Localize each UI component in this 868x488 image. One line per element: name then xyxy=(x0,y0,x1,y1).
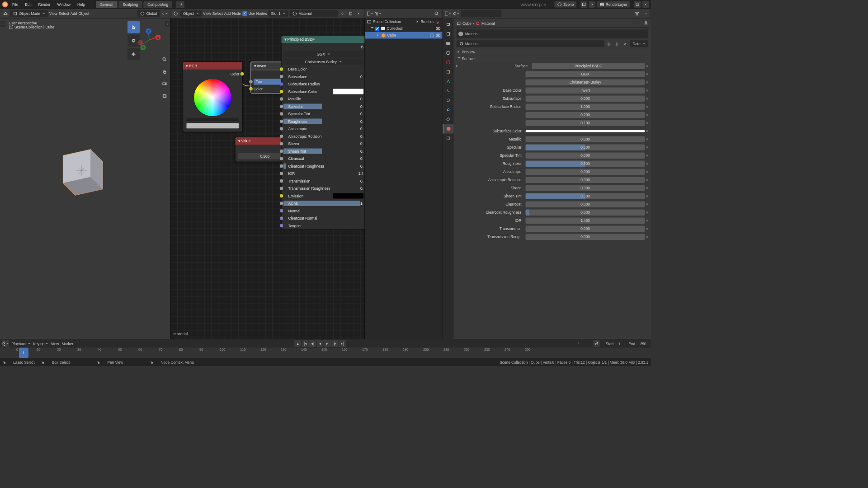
input-socket[interactable] xyxy=(280,202,283,205)
input-socket[interactable] xyxy=(280,135,283,138)
color-wheel[interactable] xyxy=(194,79,231,117)
gizmo-z[interactable]: Z xyxy=(146,28,151,34)
link-dropdown[interactable]: Data xyxy=(630,40,648,47)
slot-dropdown[interactable]: Slot 1 xyxy=(268,10,288,17)
prop-field[interactable]: 0.000 xyxy=(526,96,645,102)
anim-dot[interactable] xyxy=(646,155,649,157)
node-menu-select[interactable]: Select xyxy=(212,11,223,15)
material-browse[interactable]: Material xyxy=(457,40,604,47)
principled-input-18[interactable]: Alpha1. xyxy=(282,200,365,207)
prop-field[interactable]: 0.030 xyxy=(526,210,645,216)
node-rgb[interactable]: ▾ RGB Color xyxy=(183,62,242,132)
keyframe-prev-button[interactable]: ◂| xyxy=(309,340,316,347)
input-socket[interactable] xyxy=(280,164,283,168)
eye-icon[interactable] xyxy=(436,26,441,31)
principled-input-16[interactable]: Transmission Roughness0. xyxy=(282,185,365,192)
node-menu-add[interactable]: Add xyxy=(224,11,231,15)
input-socket[interactable] xyxy=(280,67,283,71)
anim-dot[interactable] xyxy=(646,228,649,230)
eye-icon[interactable] xyxy=(436,33,441,38)
node-menu-node[interactable]: Node xyxy=(232,11,241,15)
mat-new-button[interactable] xyxy=(347,10,354,17)
tab-particles[interactable] xyxy=(443,86,454,96)
prop-field[interactable]: 0.000 xyxy=(526,169,645,175)
end-frame[interactable]: End 250 xyxy=(626,340,649,347)
input-socket[interactable] xyxy=(280,209,283,213)
toolbar-expand-icon[interactable]: › xyxy=(1,21,6,28)
anim-dot[interactable] xyxy=(646,65,649,67)
invert-in-color-socket[interactable] xyxy=(249,87,253,91)
principled-input-0[interactable]: Base Color xyxy=(282,66,365,73)
principled-input-8[interactable]: Anisotropic0. xyxy=(282,125,365,133)
input-socket[interactable] xyxy=(280,112,283,116)
principled-input-13[interactable]: Clearcoat Roughness0. xyxy=(282,162,365,170)
tab-compositing[interactable]: Compositing xyxy=(143,1,172,8)
anim-dot[interactable] xyxy=(646,114,649,116)
editor-type-3dview[interactable] xyxy=(2,10,9,17)
camera-view-icon[interactable] xyxy=(161,80,169,88)
play-reverse-button[interactable]: ◂ xyxy=(317,340,324,347)
nav-gizmo[interactable]: X Y Z xyxy=(137,28,161,52)
value-bar[interactable] xyxy=(187,118,239,121)
play-button[interactable]: ▸ xyxy=(324,340,331,347)
tab-scene[interactable] xyxy=(443,48,454,58)
prop-field[interactable]: 0.000 xyxy=(526,202,645,208)
menu-file[interactable]: File xyxy=(9,1,21,8)
outliner-filter-icon[interactable] xyxy=(375,10,382,17)
prop-field[interactable]: 0.000 xyxy=(526,153,645,159)
tab-mesh-data[interactable] xyxy=(443,115,454,124)
mat-new[interactable]: ⎘ xyxy=(605,40,612,47)
tab-constraints[interactable] xyxy=(443,105,454,115)
pin-button[interactable] xyxy=(339,10,346,17)
menu-window[interactable]: Window xyxy=(55,1,73,8)
outliner-cube[interactable]: Cube xyxy=(365,32,443,39)
timeline-view[interactable]: View xyxy=(51,342,59,346)
anim-dot[interactable] xyxy=(646,138,649,141)
disclosure-icon[interactable] xyxy=(371,27,374,30)
tab-output[interactable] xyxy=(443,29,454,39)
input-socket[interactable] xyxy=(280,75,283,79)
node-menu-view[interactable]: View xyxy=(203,11,211,15)
anim-dot[interactable] xyxy=(646,98,649,100)
current-frame[interactable]: 1 xyxy=(567,340,591,347)
surface-value[interactable]: Principled BSDF xyxy=(532,63,645,70)
gizmo-x[interactable]: X xyxy=(156,35,161,40)
shader-node-editor[interactable]: Material ▾ RGB Color xyxy=(170,19,365,339)
tab-world[interactable] xyxy=(443,58,454,67)
input-socket[interactable] xyxy=(280,179,283,183)
principled-input-20[interactable]: Clearcoat Normal xyxy=(282,215,365,222)
tab-general[interactable]: General xyxy=(96,1,117,8)
anim-dot[interactable] xyxy=(646,203,649,206)
principled-input-3[interactable]: Subsurface Color xyxy=(282,88,365,95)
scene-selector[interactable]: Scene xyxy=(554,1,576,8)
panel-surface[interactable]: Surface xyxy=(455,55,650,62)
color-swatch[interactable] xyxy=(333,89,364,94)
view3d-menu-add[interactable]: Add xyxy=(71,11,77,15)
pin-icon[interactable] xyxy=(644,21,649,26)
input-socket[interactable] xyxy=(280,216,283,220)
principled-input-1[interactable]: Subsurface0. xyxy=(282,73,365,80)
jump-end-button[interactable]: ▸| xyxy=(339,340,346,347)
add-workspace-button[interactable]: + xyxy=(176,1,184,8)
anim-dot[interactable] xyxy=(646,220,649,222)
menu-render[interactable]: Render xyxy=(36,1,53,8)
gizmo-y[interactable]: Y xyxy=(141,45,146,50)
playhead[interactable]: 1 xyxy=(19,348,28,358)
principled-input-12[interactable]: Clearcoat0. xyxy=(282,155,365,163)
mat-copy[interactable]: ⎘ xyxy=(613,40,620,47)
prop-field[interactable]: 0.500 xyxy=(526,161,645,167)
timeline-keying[interactable]: Keying xyxy=(33,342,48,346)
input-socket[interactable] xyxy=(280,82,283,86)
anim-dot[interactable] xyxy=(646,163,649,165)
anim-dot[interactable] xyxy=(646,106,649,108)
color-swatch[interactable] xyxy=(187,123,239,128)
layer-new-button[interactable] xyxy=(634,1,641,8)
shader-type-dropdown[interactable]: Object xyxy=(180,10,202,17)
use-nodes-checkbox[interactable]: ✓ Use Nodes xyxy=(242,11,267,16)
anim-dot[interactable] xyxy=(646,236,649,238)
principled-input-5[interactable]: Specular0. xyxy=(282,103,365,110)
input-socket[interactable] xyxy=(280,157,283,160)
rgb-out-color-socket[interactable] xyxy=(241,72,244,76)
panel-preview[interactable]: Preview xyxy=(455,48,650,55)
principled-input-7[interactable]: Roughness0. xyxy=(282,117,365,125)
